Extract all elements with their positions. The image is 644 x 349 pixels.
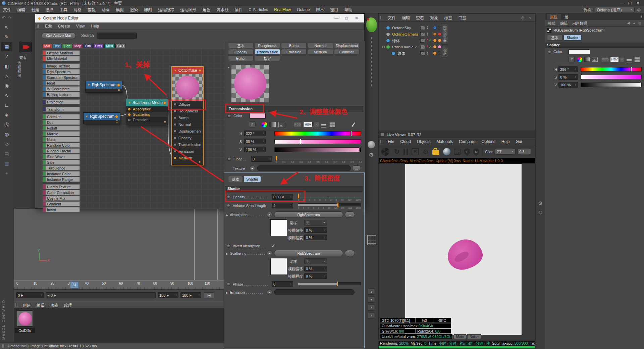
node-rgbspectrum-1[interactable]: RgbSpectrum xyxy=(85,81,122,93)
node-list-item[interactable]: Checker xyxy=(43,114,80,119)
visibility-dots[interactable] xyxy=(427,26,428,30)
toolbar-tool-icon[interactable]: ✎ xyxy=(1,32,12,42)
compare-icon[interactable]: ⇵ xyxy=(249,121,256,128)
get-active-mat-button[interactable]: Get Active Mat xyxy=(42,33,76,39)
phase-slider[interactable] xyxy=(298,282,361,285)
menu-item[interactable]: 功能 xyxy=(47,302,61,308)
tab[interactable]: Common xyxy=(334,49,360,55)
color-radio[interactable] xyxy=(548,50,551,54)
toolbar-tool-icon[interactable]: ◍ xyxy=(1,130,12,139)
float-slider[interactable]: 00.10.20.30.40.50.60.70.80.91.0 xyxy=(276,157,362,163)
color-swatch[interactable] xyxy=(250,113,266,118)
menu-item[interactable]: 网格 xyxy=(70,7,85,12)
tab[interactable]: Emission xyxy=(281,49,307,55)
menu-item[interactable]: 运动图形 xyxy=(177,7,199,12)
color-wheel-icon[interactable] xyxy=(577,57,582,62)
channel-dropdown[interactable]: PT xyxy=(495,149,516,155)
node-list-item[interactable]: Image Texture xyxy=(43,63,80,68)
v-value-field[interactable]: 100 % xyxy=(244,147,266,152)
texture-field[interactable] xyxy=(257,165,351,171)
object-tag[interactable] xyxy=(433,45,437,49)
tab[interactable]: Displacement xyxy=(334,43,360,48)
dock-side-tab[interactable]: 内容浏览器 xyxy=(441,23,448,45)
blur-amount-field[interactable]: 0 % xyxy=(304,273,327,279)
eyedropper-icon[interactable] xyxy=(352,122,355,127)
tab[interactable]: Roughness xyxy=(255,43,280,48)
lock-resolution-icon[interactable] xyxy=(432,150,439,155)
vsl-radio[interactable] xyxy=(227,204,230,207)
texture-expand-button[interactable] xyxy=(250,165,255,171)
output-port[interactable] xyxy=(163,101,166,104)
node-editor-titlebar[interactable]: ◆ Octane Node Editor — □ ✕ xyxy=(35,14,364,22)
channel-value-field[interactable]: 0.3 xyxy=(518,149,531,154)
density-slider[interactable]: 00000028402001000 xyxy=(298,195,361,201)
menu-item[interactable]: 渲染 xyxy=(127,7,141,12)
tab[interactable]: Normal xyxy=(308,43,333,48)
absorption-expander[interactable] xyxy=(226,213,228,217)
menu-item[interactable]: 文件 xyxy=(385,15,399,20)
node-rgbspectrum-2[interactable]: RgbSpectrum xyxy=(83,112,120,124)
maximize-button[interactable]: □ xyxy=(341,16,352,20)
object-tag[interactable] xyxy=(433,51,437,55)
v-value-field[interactable]: 100 % xyxy=(558,82,578,88)
density-value-field[interactable]: 0.0001 xyxy=(272,194,293,200)
input-port[interactable]: Transmission xyxy=(172,141,203,148)
menu-item[interactable]: Gui xyxy=(513,139,525,144)
octane-camera-button[interactable] xyxy=(19,42,32,52)
node-list-item[interactable]: Instance Color xyxy=(43,171,80,176)
category-chip[interactable]: Med xyxy=(104,44,114,48)
s-value-field[interactable]: 30 % xyxy=(244,139,266,144)
object-tag[interactable] xyxy=(433,32,437,36)
search-icon[interactable]: ◎ xyxy=(520,15,526,20)
menu-item[interactable]: 创建 xyxy=(20,302,34,308)
menu-item[interactable]: 编辑 xyxy=(14,7,28,12)
gradient-icon[interactable] xyxy=(584,57,590,62)
menu-item[interactable]: 工具 xyxy=(56,7,70,12)
toolbar-tool-icon[interactable]: + xyxy=(1,168,12,178)
toolbar-tool-icon[interactable]: ◇ xyxy=(1,139,12,149)
phase-value-field[interactable]: 0 xyxy=(272,281,293,287)
image-icon[interactable] xyxy=(592,57,598,62)
visibility-dots[interactable] xyxy=(427,39,428,42)
emission-texture-button[interactable] xyxy=(267,289,272,295)
menu-item[interactable]: Help xyxy=(498,139,513,144)
dock-side-tab[interactable]: 构造 xyxy=(441,46,448,57)
menu-item[interactable]: Edit xyxy=(42,24,55,29)
menu-item[interactable]: 流水线 xyxy=(213,7,231,12)
toolbar-tool-icon[interactable]: ◉ xyxy=(1,81,12,90)
menu-item[interactable]: RealFlow xyxy=(271,7,294,12)
shader-section-header[interactable]: Shader xyxy=(225,186,363,192)
sphere-panel-icon[interactable] xyxy=(368,141,375,148)
menu-item[interactable]: View xyxy=(73,24,88,29)
node-list-item[interactable]: Random Color xyxy=(43,143,80,148)
node-list-item[interactable]: Projection xyxy=(43,99,80,104)
tab-shader[interactable]: Shader xyxy=(244,176,261,182)
blur-offset-field[interactable]: 0 % xyxy=(304,266,327,271)
gear-icon[interactable]: ⚙ xyxy=(368,151,375,158)
s-slider[interactable] xyxy=(274,139,361,144)
toolbar-tool-icon[interactable]: ▦ xyxy=(1,42,12,51)
menu-item[interactable]: 选择 xyxy=(42,7,56,12)
input-port[interactable]: Absorption xyxy=(126,106,168,112)
node-list-item[interactable]: W Coordinate xyxy=(43,86,80,91)
object-name[interactable]: 球体 xyxy=(397,51,405,56)
node-list-item[interactable]: Mix Material xyxy=(43,56,80,61)
s-value-field[interactable]: 0 % xyxy=(558,74,578,80)
minimize-button[interactable]: — xyxy=(618,1,626,5)
h-value-field[interactable]: 322 ° xyxy=(244,131,266,136)
node-list-item[interactable]: Turbulence xyxy=(43,165,80,170)
menu-item[interactable]: 书签 xyxy=(455,15,469,20)
menu-item[interactable]: Cloud xyxy=(397,139,414,144)
material-ball-icon[interactable] xyxy=(443,148,450,155)
invert-radio[interactable] xyxy=(227,244,230,248)
node-list-item[interactable]: Float xyxy=(43,81,80,86)
tab-basic[interactable]: 基本 xyxy=(228,176,243,182)
palette-icon[interactable] xyxy=(634,57,640,62)
interface-dropdown[interactable]: Octane (用户) xyxy=(595,7,635,12)
toolbar-tool-icon[interactable]: ∟ xyxy=(1,100,12,110)
redo-icon[interactable]: ↷ xyxy=(7,15,13,21)
collapse-arrow-icon[interactable]: ▼ xyxy=(227,66,230,69)
menu-item[interactable]: 捕捉 xyxy=(85,7,99,12)
color-wheel-icon[interactable] xyxy=(262,122,267,127)
tab[interactable]: Medium xyxy=(308,49,333,55)
